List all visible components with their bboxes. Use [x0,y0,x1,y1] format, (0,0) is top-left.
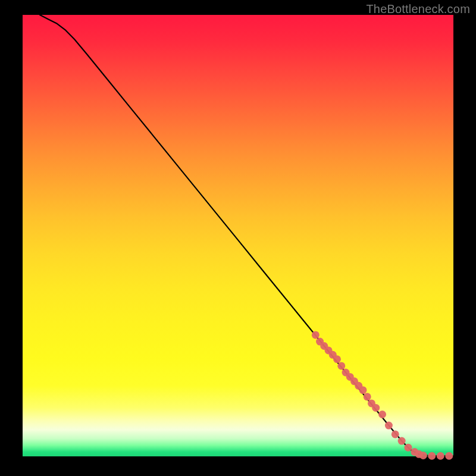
bottleneck-curve-line [40,15,453,456]
data-point [359,386,367,394]
data-point [398,437,406,445]
data-point [445,452,453,460]
data-point [312,331,320,339]
data-point [372,404,380,412]
data-points-group [312,331,453,459]
data-point [337,362,345,369]
data-point [378,411,386,418]
plot-area [23,15,453,456]
data-point [428,452,436,460]
chart-svg [23,15,453,456]
data-point [419,452,427,459]
data-point [404,444,412,452]
data-point [437,452,444,460]
chart-frame: TheBottleneck.com [0,0,476,476]
data-point [333,355,341,363]
data-point [392,430,399,438]
attribution-label: TheBottleneck.com [366,2,470,16]
data-point [364,393,371,400]
data-point [385,422,393,430]
